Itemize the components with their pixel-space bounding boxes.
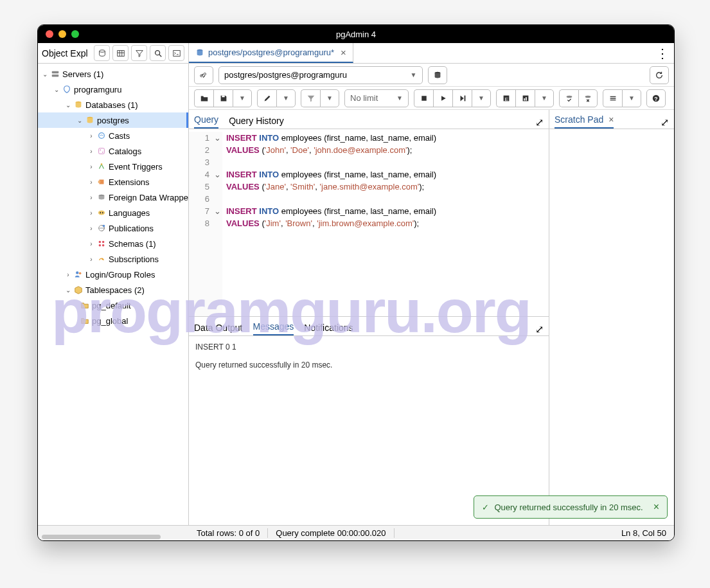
execute-dropdown[interactable]: ▼ (472, 89, 491, 107)
new-connection-icon[interactable] (428, 66, 447, 84)
tree-item[interactable]: ›Catalogs (38, 143, 188, 159)
close-window-button[interactable] (46, 30, 53, 38)
search-icon[interactable] (150, 45, 166, 61)
filter-button[interactable] (301, 89, 320, 107)
close-tab-icon[interactable]: × (341, 47, 346, 58)
reset-layout-icon[interactable] (650, 66, 669, 84)
tree-item[interactable]: ›Schemas (1) (38, 236, 188, 251)
explain-analyze-icon[interactable] (515, 89, 535, 107)
svg-rect-38 (464, 95, 465, 101)
svg-point-20 (99, 195, 105, 197)
close-toast-icon[interactable]: × (653, 501, 659, 513)
sql-editor[interactable]: 12345678 ⌄ ⌄ ⌄ INSERT INTO employees (fi… (189, 129, 549, 316)
connection-select[interactable]: postgres/postgres@programguru▼ (218, 66, 423, 84)
rollback-icon[interactable] (578, 89, 598, 107)
svg-point-27 (102, 241, 105, 244)
sidebar-title: Object Expl (42, 48, 91, 58)
commit-icon[interactable] (559, 89, 578, 107)
tree-db-postgres[interactable]: ⌄postgres (38, 112, 188, 128)
chevron-down-icon: ▼ (396, 94, 403, 102)
tabbar: postgres/postgres@programguru* × ⋮ (189, 43, 674, 64)
edit-icon[interactable] (257, 89, 276, 107)
svg-point-45 (585, 95, 591, 98)
svg-point-24 (99, 226, 105, 231)
tree-item[interactable]: ›Casts (38, 128, 188, 143)
expand-output-icon[interactable]: ⤢ (535, 323, 544, 335)
svg-point-30 (76, 271, 78, 274)
minimize-window-button[interactable] (58, 30, 66, 38)
tree-item[interactable]: pg_default (38, 298, 188, 313)
svg-rect-37 (422, 96, 427, 101)
execute-script-icon[interactable] (452, 89, 472, 107)
save-icon[interactable] (213, 89, 233, 107)
svg-point-29 (102, 244, 105, 247)
tab-messages[interactable]: Messages (253, 319, 294, 335)
app-window: pgAdmin 4 Object Expl ⌄Servers (1) ⌄prog… (37, 24, 675, 541)
kebab-menu-icon[interactable]: ⋮ (651, 43, 674, 63)
filter-icon[interactable] (131, 45, 147, 61)
expand-editor-icon[interactable]: ⤢ (535, 116, 544, 129)
tab-label: postgres/postgres@programguru* (208, 48, 334, 57)
tab-data-output[interactable]: Data Output (194, 320, 243, 335)
tree-item[interactable]: ›Extensions (38, 174, 188, 190)
explain-dropdown[interactable]: ▼ (535, 89, 554, 107)
expand-scratch-icon[interactable]: ⤢ (661, 116, 669, 129)
svg-point-17 (101, 163, 103, 165)
svg-line-6 (159, 54, 161, 57)
svg-rect-7 (173, 50, 180, 56)
edit-dropdown[interactable]: ▼ (276, 89, 296, 107)
tab-query[interactable]: Query (194, 112, 218, 129)
svg-rect-1 (117, 50, 124, 56)
help-icon[interactable]: ? (646, 89, 666, 107)
tree-item[interactable]: ›Subscriptions (38, 251, 188, 267)
tree-servers[interactable]: ⌄Servers (1) (38, 66, 188, 82)
svg-point-32 (197, 49, 203, 51)
open-file-icon[interactable] (194, 89, 213, 107)
macros-dropdown[interactable]: ▼ (622, 89, 641, 107)
tree-server[interactable]: ⌄programguru (38, 82, 188, 97)
save-dropdown[interactable]: ▼ (233, 89, 252, 107)
svg-rect-41 (522, 95, 528, 101)
tree-item[interactable]: ›Publications (38, 220, 188, 236)
query-tab[interactable]: postgres/postgres@programguru* × (189, 43, 353, 63)
tree-item[interactable]: ›Foreign Data Wrappe (38, 190, 188, 205)
tree-item[interactable]: ›Languages (38, 205, 188, 220)
svg-text:?: ? (654, 95, 657, 102)
explain-icon[interactable]: E (496, 89, 515, 107)
psql-icon[interactable] (168, 45, 184, 61)
svg-point-33 (200, 75, 203, 77)
svg-point-11 (76, 102, 82, 104)
tree-item[interactable]: ›Event Triggers (38, 159, 188, 174)
limit-select[interactable]: No limit▼ (344, 89, 409, 107)
query-tool-icon[interactable] (94, 45, 110, 61)
svg-rect-14 (99, 148, 105, 154)
tree-tablespaces[interactable]: ⌄Tablespaces (2) (38, 282, 188, 298)
tab-query-history[interactable]: Query History (229, 113, 284, 129)
svg-point-31 (79, 272, 82, 275)
titlebar: pgAdmin 4 (38, 25, 674, 43)
close-scratch-icon[interactable]: × (608, 114, 614, 125)
success-toast: ✓ Query returned successfully in 20 msec… (474, 495, 668, 519)
connection-status-icon[interactable] (194, 66, 213, 84)
view-data-icon[interactable] (112, 45, 129, 61)
stop-icon[interactable] (414, 89, 433, 107)
tree-databases[interactable]: ⌄Databases (1) (38, 97, 188, 112)
tab-notifications[interactable]: Notifications (304, 320, 353, 335)
filter-dropdown[interactable]: ▼ (320, 89, 339, 107)
scratch-pad: Scratch Pad × ⤢ (549, 110, 674, 525)
svg-point-28 (99, 244, 102, 247)
status-cursor: Ln 8, Col 50 (614, 528, 674, 538)
svg-point-35 (434, 71, 440, 74)
svg-rect-43 (526, 97, 527, 100)
svg-point-34 (204, 73, 206, 75)
tab-scratch-pad[interactable]: Scratch Pad × (555, 112, 614, 129)
execute-icon[interactable] (433, 89, 452, 107)
svg-point-13 (99, 133, 105, 139)
tree-loginroles[interactable]: ›Login/Group Roles (38, 267, 188, 282)
tree-item[interactable]: pg_global (38, 313, 188, 328)
svg-rect-9 (52, 71, 59, 74)
object-tree[interactable]: ⌄Servers (1) ⌄programguru ⌄Databases (1)… (38, 64, 188, 525)
maximize-window-button[interactable] (71, 30, 79, 38)
macros-icon[interactable] (603, 89, 622, 107)
svg-point-26 (99, 241, 102, 244)
